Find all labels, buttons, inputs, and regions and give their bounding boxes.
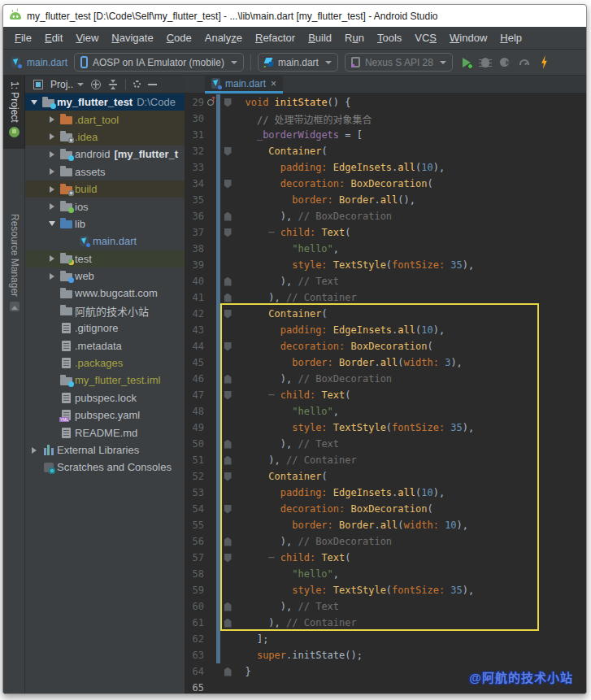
tree-item-pubspec.yaml[interactable]: pubspec.yaml xyxy=(25,407,185,424)
run-configuration-selector[interactable]: main.dart xyxy=(258,53,338,72)
menu-item-code[interactable]: Code xyxy=(160,32,198,44)
tree-item-web[interactable]: web xyxy=(25,267,185,285)
tree-item-.packages[interactable]: .packages xyxy=(25,354,185,372)
tree-item-www.bugcatt.com[interactable]: www.bugcatt.com xyxy=(25,285,185,302)
editor-tab-main-dart[interactable]: main.dart × xyxy=(205,76,283,93)
fold-marker-icon[interactable] xyxy=(222,537,233,546)
code-line-39[interactable]: 39 style: TextStyle(fontSize: 35), xyxy=(185,257,586,273)
tree-item-my_flutter_test.iml[interactable]: my_flutter_test.iml xyxy=(25,372,185,389)
menu-item-view[interactable]: View xyxy=(69,32,105,44)
fold-marker-icon[interactable] xyxy=(222,456,233,465)
code-line-34[interactable]: 34 decoration: BoxDecoration( xyxy=(185,176,586,192)
code-line-54[interactable]: 54 decoration: BoxDecoration( xyxy=(185,501,586,517)
debug-button[interactable] xyxy=(481,58,489,67)
code-line-62[interactable]: 62 ]; xyxy=(185,631,586,647)
tree-item-external-libraries[interactable]: External Libraries xyxy=(25,441,185,459)
tree-item-android[interactable]: android [my_flutter_t xyxy=(25,146,185,163)
tree-item-assets[interactable]: assets xyxy=(25,163,185,180)
fold-marker-icon[interactable] xyxy=(222,440,233,449)
expand-arrow-icon[interactable] xyxy=(46,168,58,175)
expand-arrow-icon[interactable] xyxy=(46,186,58,193)
fold-marker-icon[interactable] xyxy=(222,147,233,156)
expand-arrow-icon[interactable] xyxy=(46,133,58,140)
fold-marker-icon[interactable] xyxy=(222,228,233,237)
tree-item-my_flutter_test[interactable]: my_flutter_test D:\Code xyxy=(25,93,185,111)
overrides-method-icon[interactable] xyxy=(204,99,216,106)
tree-item-build[interactable]: build xyxy=(25,180,185,198)
code-line-37[interactable]: 37 ─ child: Text( xyxy=(185,224,586,241)
fold-marker-icon[interactable] xyxy=(222,293,233,302)
menu-item-navigate[interactable]: Navigate xyxy=(105,32,159,44)
fold-marker-icon[interactable] xyxy=(222,667,233,676)
expand-arrow-icon[interactable] xyxy=(46,203,58,210)
code-line-53[interactable]: 53 padding: EdgeInsets.all(10), xyxy=(185,485,586,501)
fold-marker-icon[interactable] xyxy=(222,180,233,189)
locate-file-icon[interactable] xyxy=(91,80,101,89)
code-line-56[interactable]: 56 ), // BoxDecoration xyxy=(185,533,586,550)
menu-item-refactor[interactable]: Refactor xyxy=(249,32,302,44)
fold-marker-icon[interactable] xyxy=(222,98,233,107)
code-line-61[interactable]: 61 ), // Container xyxy=(185,615,586,631)
code-line-58[interactable]: 58 "hello", xyxy=(185,566,586,582)
target-device-selector[interactable]: Nexus S API 28 xyxy=(345,53,453,72)
project-view-mode-selector[interactable]: Proj.. xyxy=(50,79,84,90)
fold-marker-icon[interactable] xyxy=(222,375,233,384)
code-line-60[interactable]: 60 ), // Text xyxy=(185,598,586,615)
run-button[interactable] xyxy=(463,58,471,67)
code-line-45[interactable]: 45 border: Border.all(width: 3), xyxy=(185,354,586,371)
code-line-57[interactable]: 57 ─ child: Text( xyxy=(185,550,586,566)
fold-marker-icon[interactable] xyxy=(222,391,233,400)
expand-arrow-icon[interactable] xyxy=(46,151,58,158)
tool-window-button-resource-manager[interactable]: Resource Manager xyxy=(3,214,25,328)
code-line-33[interactable]: 33 padding: EdgeInsets.all(10), xyxy=(185,159,586,176)
device-selector[interactable]: AOSP on IA Emulator (mobile) xyxy=(74,53,244,72)
fold-marker-icon[interactable] xyxy=(222,602,233,611)
code-line-48[interactable]: 48 "hello", xyxy=(185,403,586,420)
hot-reload-button[interactable] xyxy=(540,55,549,69)
expand-arrow-icon[interactable] xyxy=(46,221,58,226)
code-line-42[interactable]: 42 Container( xyxy=(185,306,586,322)
tree-item-.gitignore[interactable]: .gitignore xyxy=(25,320,185,337)
code-line-50[interactable]: 50 ), // Text xyxy=(185,436,586,452)
expand-arrow-icon[interactable] xyxy=(46,116,58,123)
code-line-29[interactable]: 29 void initState() { xyxy=(185,94,586,111)
fold-marker-icon[interactable] xyxy=(222,554,233,563)
close-icon[interactable]: × xyxy=(271,79,276,89)
tree-item-scratches-and-consoles[interactable]: Scratches and Consoles xyxy=(25,459,185,476)
code-line-31[interactable]: 31 _borderWidgets = [ xyxy=(185,127,586,143)
fold-marker-icon[interactable] xyxy=(222,342,233,351)
menu-item-vcs[interactable]: VCS xyxy=(408,32,443,44)
tree-item--[interactable]: 阿航的技术小站 xyxy=(25,302,185,320)
fold-marker-icon[interactable] xyxy=(222,277,233,286)
menu-item-build[interactable]: Build xyxy=(302,32,338,44)
menu-item-edit[interactable]: Edit xyxy=(38,32,69,44)
menu-item-help[interactable]: Help xyxy=(493,32,528,44)
code-line-46[interactable]: 46 ), // BoxDecoration xyxy=(185,371,586,387)
tree-item-.idea[interactable]: .idea xyxy=(25,128,185,146)
fold-marker-icon[interactable] xyxy=(222,505,233,514)
code-line-55[interactable]: 55 border: Border.all(width: 10), xyxy=(185,517,586,533)
code-line-41[interactable]: 41 ), // Container xyxy=(185,289,586,306)
fold-marker-icon[interactable] xyxy=(222,310,233,319)
code-line-44[interactable]: 44 decoration: BoxDecoration( xyxy=(185,338,586,354)
code-line-36[interactable]: 36 ), // BoxDecoration xyxy=(185,208,586,224)
tree-item-test[interactable]: test xyxy=(25,250,185,267)
profiler-button[interactable] xyxy=(519,59,529,65)
tree-item-.dart_tool[interactable]: .dart_tool xyxy=(25,111,185,128)
attach-debugger-button[interactable] xyxy=(500,58,509,67)
tree-item-ios[interactable]: ios xyxy=(25,198,185,215)
tree-item-main.dart[interactable]: main.dart xyxy=(25,233,185,250)
code-line-43[interactable]: 43 padding: EdgeInsets.all(10), xyxy=(185,322,586,338)
menu-item-tools[interactable]: Tools xyxy=(371,32,408,44)
expand-arrow-icon[interactable] xyxy=(46,255,58,262)
code-line-51[interactable]: 51 ), // Container xyxy=(185,452,586,468)
expand-arrow-icon[interactable] xyxy=(46,273,58,280)
fold-marker-icon[interactable] xyxy=(222,619,233,628)
tree-item-lib[interactable]: lib xyxy=(25,215,185,233)
code-line-49[interactable]: 49 style: TextStyle(fontSize: 35), xyxy=(185,420,586,436)
hide-panel-icon[interactable] xyxy=(148,84,157,85)
fold-marker-icon[interactable] xyxy=(222,472,233,481)
code-line-35[interactable]: 35 border: Border.all(), xyxy=(185,192,586,208)
code-line-40[interactable]: 40 ), // Text xyxy=(185,273,586,289)
code-line-63[interactable]: 63 super.initState(); xyxy=(185,647,586,663)
